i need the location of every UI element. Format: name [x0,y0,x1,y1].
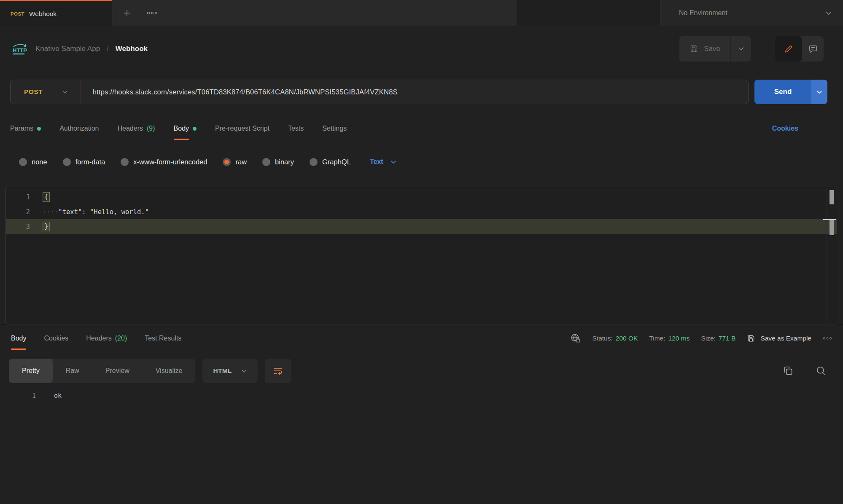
http-request-icon: HTTP [11,43,29,55]
modified-dot [193,127,197,131]
tab-label: Settings [322,114,347,143]
language-label: Text [370,158,383,166]
save-button-group: Save [679,36,751,62]
response-line: 1 ok [0,386,843,406]
svg-text:HTTP: HTTP [13,47,27,54]
response-text: ok [54,392,62,399]
bracket-close: } [43,222,50,231]
tab-label: Params [10,114,33,143]
body-mode-urlencoded[interactable]: x-www-form-urlencoded [121,158,207,166]
status-label: Status: [593,335,613,342]
response-header: Body Cookies Headers (20) Test Results S… [0,325,843,352]
editor-line-3[interactable]: 3 } [6,219,837,234]
save-options-button[interactable] [730,36,751,62]
body-mode-row: none form-data x-www-form-urlencoded raw… [0,144,843,180]
response-tab-cookies[interactable]: Cookies [44,325,68,352]
radio-icon [262,158,270,166]
tab-settings[interactable]: Settings [322,113,347,144]
response-tab-headers[interactable]: Headers (20) [86,325,127,352]
breadcrumb-separator: / [107,45,109,53]
editor-line-1[interactable]: 1 { [6,190,837,204]
edit-button[interactable] [775,36,802,62]
send-button[interactable]: Send [754,80,811,104]
cookies-link[interactable]: Cookies [772,125,843,132]
method-selector[interactable]: POST [11,88,81,96]
response-time: Time: 120 ms [649,335,689,342]
environment-name: No Environment [679,9,825,17]
response-format-selector[interactable]: HTML [202,359,257,383]
save-button[interactable]: Save [679,36,730,62]
save-as-example-label: Save as Example [760,335,811,342]
tab-tests[interactable]: Tests [288,113,304,144]
tab-label: Authorization [59,114,99,143]
radio-icon [121,158,129,166]
tab-label: Test Results [145,335,181,342]
environment-selector[interactable]: No Environment [660,0,843,26]
new-tab-button[interactable] [122,8,132,18]
chevron-down-icon [62,90,68,94]
response-view-toolbar: Pretty Raw Preview Visualize HTML [9,358,827,383]
body-mode-graphql[interactable]: GraphQL [310,158,351,166]
body-mode-none[interactable]: none [19,158,47,166]
body-mode-raw[interactable]: raw [223,158,247,166]
response-tab-body[interactable]: Body [11,325,26,352]
request-body-editor[interactable]: 1 { 2 ····"text": "Hello, world." 3 } [5,187,837,324]
cursor-overview-thumb [830,220,834,235]
tab-label: Body [174,114,189,143]
tab-label: Tests [288,114,304,143]
view-pretty[interactable]: Pretty [9,359,53,383]
tab-title: Webhook [29,10,57,18]
tab-authorization[interactable]: Authorization [59,113,99,144]
mode-label: GraphQL [322,158,351,166]
response-tab-test-results[interactable]: Test Results [145,325,181,352]
tab-label: Body [11,335,26,342]
view-raw[interactable]: Raw [53,359,92,383]
response-body[interactable]: 1 ok [0,386,843,406]
body-mode-form-data[interactable]: form-data [63,158,105,166]
request-header: HTTP Knative Sample App / Webhook Save [0,27,843,71]
mode-label: raw [235,158,247,166]
chevron-down-icon [241,369,247,373]
modified-dot [37,127,41,131]
divider [763,40,763,58]
time-label: Time: [649,335,665,342]
whitespace-dots: ···· [43,208,58,216]
mode-label: x-www-form-urlencoded [133,158,207,166]
radio-icon [310,158,318,166]
tab-params[interactable]: Params [10,113,41,144]
copy-response-button[interactable] [783,365,794,376]
body-mode-binary[interactable]: binary [262,158,294,166]
view-visualize[interactable]: Visualize [143,359,196,383]
view-preview[interactable]: Preview [92,359,143,383]
line-number: 1 [0,392,36,399]
word-wrap-button[interactable] [265,359,291,383]
network-info-icon[interactable] [570,333,581,344]
tab-body[interactable]: Body [174,113,197,144]
editor-scrollbar[interactable] [830,190,834,204]
breadcrumb-request-name[interactable]: Webhook [116,45,148,53]
editor-line-2[interactable]: 2 ····"text": "Hello, world." [6,204,837,219]
request-tabs-row: Params Authorization Headers (9) Body Pr… [0,113,843,144]
breadcrumb-collection[interactable]: Knative Sample App [35,45,100,53]
save-icon [689,44,698,53]
tab-more-options-button[interactable] [147,11,158,16]
tab-headers[interactable]: Headers (9) [118,113,155,144]
mode-label: none [32,158,47,166]
status-value: 200 OK [616,335,638,342]
send-options-button[interactable] [811,80,827,104]
line-number: 1 [6,193,30,201]
response-view-switcher: Pretty Raw Preview Visualize [9,359,195,383]
save-as-example-button[interactable]: Save as Example [747,334,811,343]
radio-icon [19,158,27,166]
raw-language-selector[interactable]: Text [370,158,396,166]
search-response-button[interactable] [816,365,827,376]
save-label: Save [704,45,720,53]
tab-pre-request-script[interactable]: Pre-request Script [215,113,269,144]
mode-label: binary [275,158,294,166]
size-value: 771 B [719,335,736,342]
tab-label: Cookies [44,335,68,342]
url-input[interactable]: https://hooks.slack.com/services/T06TD83… [81,88,398,96]
response-more-options-button[interactable] [823,336,832,340]
request-tab-webhook[interactable]: POST Webhook [0,0,112,26]
comment-button[interactable] [802,36,824,62]
